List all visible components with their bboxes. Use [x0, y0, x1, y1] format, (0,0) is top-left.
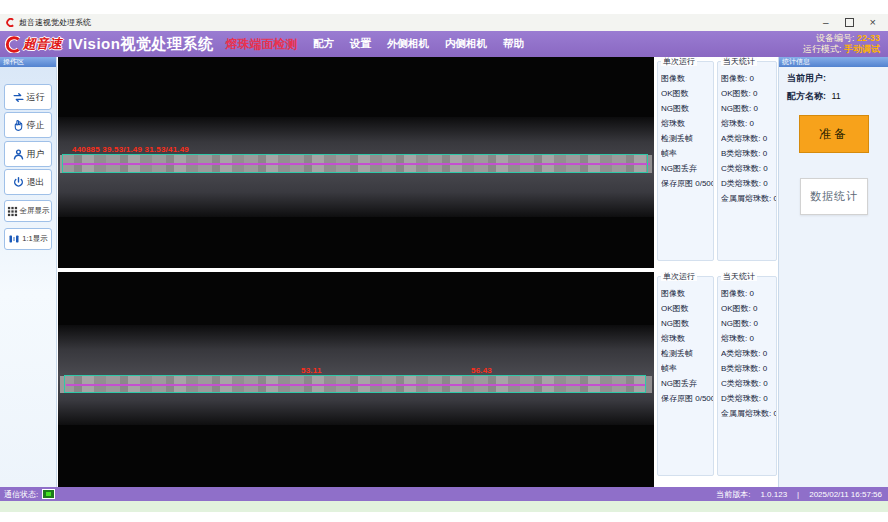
recipe-name-label: 配方名称:	[787, 91, 826, 101]
brand-c-icon	[5, 36, 22, 53]
camera2-measure-right: 56.43	[471, 366, 492, 375]
fullscreen-button[interactable]: 全屏显示	[4, 200, 52, 222]
device-number-value: 22-33	[857, 33, 880, 43]
device-number-label: 设备编号:	[816, 33, 855, 43]
stats-panel-1: 单次运行 图像数OK图数NG图数熔珠数检测丢帧帧率NG图丢弃保存原图 0/500…	[655, 57, 778, 268]
user-button-label: 用户	[27, 148, 45, 161]
status-bar: 通信状态: 当前版本: 1.0.123 | 2025/02/11 16:57:5…	[0, 487, 888, 501]
stat-row: 金属屑熔珠数: 0	[721, 191, 776, 206]
data-stats-button[interactable]: 数据统计	[800, 178, 868, 215]
operation-sidebar: 操作区 运行 停止 用户 退出	[0, 57, 57, 487]
menu-recipe[interactable]: 配方	[313, 37, 334, 51]
single-run-list-2: 图像数OK图数NG图数熔珠数检测丢帧帧率NG图丢弃保存原图 0/500	[658, 277, 713, 406]
stat-row: NG图丢弃	[661, 376, 713, 391]
menu-inner-camera[interactable]: 内侧相机	[445, 37, 487, 51]
status-separator: |	[797, 490, 799, 499]
today-groupbox-1: 当天统计 图像数: 0OK图数: 0NG图数: 0熔珠数: 0A类熔珠数: 0B…	[717, 61, 777, 261]
info-panel-title: 统计信息	[779, 57, 888, 67]
camera2-detection-rect	[64, 375, 646, 393]
recipe-name-value: 11	[832, 91, 841, 101]
exit-button-label: 退出	[27, 176, 45, 189]
prepare-button[interactable]: 准备	[799, 115, 869, 153]
menu-bar: 配方 设置 外侧相机 内侧相机 帮助	[313, 31, 524, 57]
stat-row: 保存原图 0/500	[661, 176, 713, 191]
maximize-button[interactable]	[845, 18, 854, 27]
today-list-1: 图像数: 0OK图数: 0NG图数: 0熔珠数: 0A类熔珠数: 0B类熔珠数:…	[718, 62, 776, 206]
one-to-one-button[interactable]: 1:1显示	[4, 228, 52, 250]
run-button[interactable]: 运行	[4, 84, 52, 110]
single-run-groupbox-1: 单次运行 图像数OK图数NG图数熔珠数检测丢帧帧率NG图丢弃保存原图 0/500	[657, 61, 714, 261]
user-button[interactable]: 用户	[4, 141, 52, 167]
one-to-one-icon	[8, 233, 20, 245]
menu-settings[interactable]: 设置	[350, 37, 371, 51]
recipe-name-row: 配方名称: 11	[787, 90, 888, 103]
stat-row: C类熔珠数: 0	[721, 161, 776, 176]
stat-row: OK图数	[661, 301, 713, 316]
sidebar-title: 操作区	[0, 57, 56, 67]
device-info: 设备编号: 22-33 运行模式: 手动调试	[803, 33, 880, 55]
stat-row: 检测丢帧	[661, 346, 713, 361]
desktop-strip	[0, 501, 888, 512]
menu-help[interactable]: 帮助	[503, 37, 524, 51]
stat-row: D类熔珠数: 0	[721, 391, 776, 406]
screen: 超音速视觉处理系统 – × 超音速 IVision视觉处理系统 熔珠端面检测 配…	[0, 0, 888, 522]
stat-row: 熔珠数	[661, 331, 713, 346]
close-button[interactable]: ×	[870, 17, 876, 28]
single-run-groupbox-2: 单次运行 图像数OK图数NG图数熔珠数检测丢帧帧率NG图丢弃保存原图 0/500	[657, 276, 714, 476]
stat-row: NG图丢弃	[661, 161, 713, 176]
version-label: 当前版本:	[716, 489, 750, 500]
minimize-button[interactable]: –	[823, 18, 829, 28]
single-run-title-2: 单次运行	[661, 272, 697, 281]
stat-row: A类熔珠数: 0	[721, 346, 776, 361]
stat-row: 帧率	[661, 361, 713, 376]
brand-text: 超音速	[23, 35, 62, 53]
comm-status-indicator	[42, 489, 55, 499]
stat-row: 图像数: 0	[721, 71, 776, 86]
stat-row: OK图数: 0	[721, 86, 776, 101]
single-run-list-1: 图像数OK图数NG图数熔珠数检测丢帧帧率NG图丢弃保存原图 0/500	[658, 62, 713, 191]
datetime-value: 2025/02/11 16:57:56	[809, 490, 882, 499]
stop-button[interactable]: 停止	[4, 112, 52, 138]
camera1-detection-rect	[62, 154, 648, 173]
app-subtitle: 熔珠端面检测	[225, 36, 297, 53]
status-bar-right: 当前版本: 1.0.123 | 2025/02/11 16:57:56	[716, 489, 882, 500]
single-run-title-1: 单次运行	[661, 57, 697, 66]
app-logo-icon	[6, 18, 15, 27]
run-mode-row: 运行模式: 手动调试	[803, 44, 880, 55]
current-user-row: 当前用户:	[787, 72, 888, 85]
stat-row: 熔珠数: 0	[721, 116, 776, 131]
stop-button-label: 停止	[27, 119, 45, 132]
stat-row: OK图数: 0	[721, 301, 776, 316]
fullscreen-icon	[7, 206, 18, 217]
stat-row: 图像数	[661, 71, 713, 86]
stat-row: NG图数	[661, 101, 713, 116]
today-title-2: 当天统计	[721, 272, 757, 281]
stat-row: D类熔珠数: 0	[721, 176, 776, 191]
version-value: 1.0.123	[760, 490, 787, 499]
stat-row: 金属屑熔珠数: 0	[721, 406, 776, 421]
menu-outer-camera[interactable]: 外侧相机	[387, 37, 429, 51]
fullscreen-button-label: 全屏显示	[20, 206, 50, 216]
window-titlebar: 超音速视觉处理系统 – ×	[0, 14, 888, 31]
stat-row: C类熔珠数: 0	[721, 376, 776, 391]
stat-row: 熔珠数	[661, 116, 713, 131]
camera2-measure-left: 53.11	[301, 366, 322, 375]
sync-icon	[12, 91, 25, 104]
run-mode-label: 运行模式:	[803, 44, 842, 54]
run-button-label: 运行	[27, 91, 45, 104]
stat-row: B类熔珠数: 0	[721, 361, 776, 376]
stat-row: 熔珠数: 0	[721, 331, 776, 346]
camera-view-1[interactable]: 440885 39.53/1.49 31.53/41.49	[58, 57, 654, 268]
app-title: IVision视觉处理系统	[68, 35, 213, 54]
stat-row: 图像数	[661, 286, 713, 301]
window-controls: – ×	[823, 17, 888, 28]
run-mode-value: 手动调试	[844, 44, 880, 54]
hand-icon	[12, 119, 25, 132]
window-title: 超音速视觉处理系统	[19, 17, 91, 28]
info-panel: 统计信息 当前用户: 配方名称: 11 准备 数据统计	[778, 57, 888, 487]
one-to-one-button-label: 1:1显示	[22, 234, 47, 244]
exit-button[interactable]: 退出	[4, 169, 52, 195]
stat-row: NG图数: 0	[721, 316, 776, 331]
camera-view-2[interactable]: 53.11 56.43	[58, 272, 654, 487]
today-list-2: 图像数: 0OK图数: 0NG图数: 0熔珠数: 0A类熔珠数: 0B类熔珠数:…	[718, 277, 776, 421]
